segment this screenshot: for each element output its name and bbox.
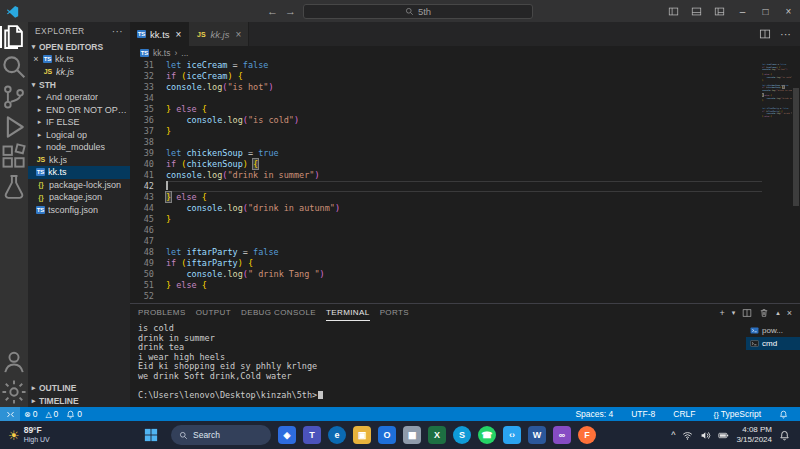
close-icon[interactable]: × — [32, 54, 40, 64]
status-remote[interactable] — [0, 407, 20, 421]
code-line[interactable]: console.log(" drink Tang ") — [166, 269, 762, 280]
code-line[interactable] — [166, 236, 762, 247]
code-line[interactable]: console.log("drink in summer") — [166, 170, 762, 181]
tree-item-logical-op[interactable]: ▸Logical op — [28, 129, 130, 142]
testing-icon[interactable] — [0, 172, 28, 202]
explorer-icon[interactable] — [0, 22, 28, 52]
open-editors-header[interactable]: ▾ OPEN EDITORS — [28, 40, 130, 53]
code-line[interactable]: let chickenSoup = true — [166, 148, 762, 159]
panel-tab-debug-console[interactable]: DEBUG CONSOLE — [241, 304, 316, 321]
history-forward-icon[interactable]: → — [285, 5, 296, 17]
split-terminal-icon[interactable] — [742, 308, 752, 318]
folder-header[interactable]: ▾ STH — [28, 78, 130, 91]
layout-panel-toggle-icon[interactable] — [685, 0, 708, 22]
tree-item-kk-ts[interactable]: TSkk.ts — [28, 166, 130, 179]
photos-icon[interactable]: ◈ — [278, 426, 296, 444]
new-terminal-icon[interactable]: + — [719, 308, 724, 318]
run-debug-icon[interactable] — [0, 112, 28, 142]
code-area[interactable]: let iceCream = falseif (iceCream) {conso… — [162, 60, 762, 303]
outlook-icon[interactable]: O — [378, 426, 396, 444]
code-line[interactable] — [166, 291, 762, 302]
panel-tab-output[interactable]: OUTPUT — [196, 304, 231, 321]
tab-kk-ts[interactable]: TSkk.ts× — [130, 22, 189, 46]
maximize-panel-icon[interactable]: ▴ — [776, 309, 780, 317]
breadcrumb[interactable]: TS kk.ts › ... — [130, 46, 800, 60]
code-line[interactable]: if (iftarParty) { — [166, 258, 762, 269]
weather-widget[interactable]: ☀ 89°F High UV — [0, 426, 84, 444]
minimap[interactable]: let iceCream = falseif (iceCream) {conso… — [762, 60, 792, 303]
firefox-icon[interactable]: F — [578, 426, 596, 444]
file-explorer-icon[interactable]: ▣ — [353, 426, 371, 444]
terminal-session-cmd[interactable]: cmd — [746, 337, 800, 350]
outline-header[interactable]: ▸ OUTLINE — [28, 381, 130, 394]
tree-item-kk-js[interactable]: JSkk.js — [28, 154, 130, 167]
tree-item-if-else[interactable]: ▸IF ELSE — [28, 116, 130, 129]
status-error[interactable]: ⊗0 — [20, 407, 41, 421]
breadcrumb-more[interactable]: ... — [181, 48, 188, 58]
status-warning[interactable]: △0 — [41, 407, 62, 421]
kill-terminal-icon[interactable] — [759, 308, 769, 318]
notifications-bell-icon[interactable] — [779, 430, 790, 441]
close-panel-icon[interactable]: × — [787, 308, 792, 318]
code-line[interactable] — [166, 181, 762, 192]
visual-studio-icon[interactable]: ∞ — [553, 426, 571, 444]
tree-item-package-lock-json[interactable]: {}package-lock.json — [28, 179, 130, 192]
extensions-icon[interactable] — [0, 142, 28, 172]
code-line[interactable]: } else { — [166, 192, 762, 203]
code-line[interactable]: } else { — [166, 280, 762, 291]
tree-item-and-operator[interactable]: ▸And operator — [28, 91, 130, 104]
code-line[interactable]: console.log("is cold") — [166, 115, 762, 126]
code-line[interactable]: console.log("is hot") — [166, 82, 762, 93]
source-control-icon[interactable] — [0, 82, 28, 112]
taskbar-search[interactable]: Search — [171, 425, 271, 445]
panel-tab-problems[interactable]: PROBLEMS — [138, 304, 186, 321]
code-line[interactable]: let iceCream = false — [166, 60, 762, 71]
code-line[interactable]: } — [166, 126, 762, 137]
tree-item-end-or-not-opera-[interactable]: ▸END OR NOT OPERA... — [28, 104, 130, 117]
status-status-utf-8[interactable]: UTF-8 — [627, 407, 659, 421]
terminal-session-powershell[interactable]: pow... — [746, 324, 800, 337]
code-line[interactable]: let iftarParty = false — [166, 247, 762, 258]
scrollbar-thumb[interactable] — [793, 88, 799, 206]
start-button[interactable] — [138, 422, 164, 448]
volume-icon[interactable] — [700, 430, 711, 441]
code-line[interactable]: } else { — [166, 104, 762, 115]
layout-sidebar-toggle-icon[interactable] — [662, 0, 685, 22]
status-bell[interactable]: 0 — [62, 407, 86, 421]
close-icon[interactable]: × — [235, 29, 241, 40]
open-editor-item[interactable]: ×TSkk.ts — [28, 53, 130, 66]
terminal-prompt-line[interactable]: C:\Users\lenovo\Desktop\kinzah\5th> — [138, 391, 746, 401]
minimize-button[interactable]: – — [731, 0, 754, 22]
explorer-more-actions-icon[interactable]: ··· — [112, 26, 123, 37]
editor-more-actions-icon[interactable]: ··· — [780, 28, 791, 40]
timeline-header[interactable]: ▸ TIMELINE — [28, 394, 130, 407]
code-line[interactable]: if (iceCream) { — [166, 71, 762, 82]
code-line[interactable] — [166, 225, 762, 236]
layout-customize-icon[interactable] — [708, 0, 731, 22]
battery-icon[interactable] — [718, 430, 729, 441]
tree-item-tsconfig-json[interactable]: TStsconfig.json — [28, 204, 130, 217]
vscode-icon[interactable]: ‹› — [503, 426, 521, 444]
skype-icon[interactable]: S — [453, 426, 471, 444]
teams-icon[interactable]: T — [303, 426, 321, 444]
word-icon[interactable]: W — [528, 426, 546, 444]
command-center-search[interactable]: 5th — [303, 4, 533, 19]
status-braces[interactable]: {}TypeScript — [710, 407, 766, 421]
whatsapp-icon[interactable]: ☎ — [478, 426, 496, 444]
code-line[interactable]: console.log("drink in autunm") — [166, 203, 762, 214]
terminal-dropdown-icon[interactable]: ▾ — [732, 309, 736, 317]
history-back-icon[interactable]: ← — [267, 5, 278, 17]
tab-kk-js[interactable]: JSkk.js× — [189, 22, 249, 46]
panel-tab-terminal[interactable]: TERMINAL — [326, 304, 370, 321]
tray-overflow-icon[interactable]: ^ — [671, 430, 675, 440]
wifi-icon[interactable] — [682, 430, 693, 441]
code-line[interactable]: if (chickenSoup) { — [166, 159, 762, 170]
tray-clock[interactable]: 4:08 PM 3/15/2024 — [736, 425, 772, 445]
close-icon[interactable]: × — [176, 29, 182, 40]
code-line[interactable]: } — [166, 214, 762, 225]
terminal-output[interactable]: is colddrink in summerdrink teai wear hi… — [130, 321, 746, 407]
tree-item-node-modules[interactable]: ▸node_modules — [28, 141, 130, 154]
store-icon[interactable]: ▦ — [403, 426, 421, 444]
account-icon[interactable] — [0, 347, 28, 377]
tree-item-package-json[interactable]: {}package.json — [28, 191, 130, 204]
